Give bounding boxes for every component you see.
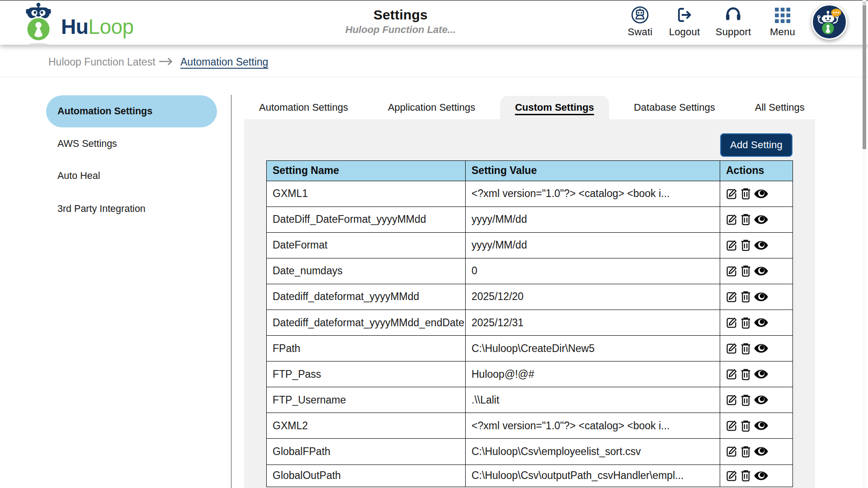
table-row: GlobalOutPath C:\Huloop\Csv\outputPath_c… (267, 465, 793, 487)
delete-icon[interactable] (741, 394, 751, 406)
breadcrumb-parent: Huloop Function Latest (48, 56, 156, 68)
delete-icon[interactable] (741, 317, 751, 329)
delete-icon[interactable] (741, 291, 751, 303)
nav-menu-label: Menu (770, 26, 795, 38)
setting-name-cell: FTP_Username (267, 387, 466, 413)
edit-icon[interactable] (726, 446, 737, 457)
edit-icon[interactable] (726, 394, 737, 406)
brand-loop: Loop (88, 15, 133, 38)
edit-icon[interactable] (726, 420, 737, 432)
edit-icon[interactable] (726, 265, 737, 277)
table-row: Datediff_dateformat_yyyyMMdd_endDate 202… (267, 310, 793, 335)
column-header-setting-name: Setting Name (267, 161, 466, 181)
nav-menu[interactable]: Menu (770, 6, 795, 38)
view-icon[interactable] (754, 343, 768, 354)
view-icon[interactable] (754, 317, 768, 328)
setting-name-cell: FTP_Pass (267, 361, 466, 387)
sidebar-item-3rd-party-integration[interactable]: 3rd Party Integration (57, 203, 146, 215)
setting-value-cell: 2025/12/20 (466, 284, 720, 310)
view-icon[interactable] (754, 394, 768, 405)
settings-table: Setting Name Setting Value Actions GXML1… (266, 160, 793, 487)
setting-name-cell: GXML2 (267, 413, 466, 439)
chatbot-avatar-icon (813, 5, 846, 38)
setting-value-cell: C:\Huloop\CreateDir\New5 (466, 336, 720, 361)
sidebar-item-auto-heal[interactable]: Auto Heal (57, 170, 100, 182)
sidebar-item-automation-settings[interactable]: Automation Settings (46, 95, 217, 127)
nav-logout[interactable]: Logout (669, 6, 700, 38)
delete-icon[interactable] (741, 239, 751, 251)
headset-icon (724, 6, 742, 24)
setting-value-cell: C:\Huloop\Csv\employeelist_sort.csv (466, 439, 720, 465)
edit-icon[interactable] (726, 214, 737, 225)
brand-text: HuLoop (61, 16, 134, 37)
setting-value-cell: Huloop@!@# (466, 361, 720, 387)
delete-icon[interactable] (741, 420, 751, 432)
nav-support-label: Support (716, 26, 751, 38)
scrollbar-thumb[interactable] (863, 5, 866, 149)
tab-database-settings[interactable]: Database Settings (619, 96, 730, 119)
actions-cell (720, 258, 793, 284)
edit-icon[interactable] (726, 291, 737, 303)
sidebar-item-aws-settings[interactable]: AWS Settings (57, 138, 117, 150)
settings-tabs: Automation Settings Application Settings… (244, 96, 815, 119)
tab-automation-settings[interactable]: Automation Settings (244, 96, 363, 119)
tab-all-settings[interactable]: All Settings (740, 96, 820, 119)
delete-icon[interactable] (741, 469, 751, 482)
table-row: Datediff_dateformat_yyyyMMdd 2025/12/20 (267, 284, 793, 310)
view-icon[interactable] (754, 470, 768, 481)
setting-value-cell: yyyy/MM/dd (466, 232, 720, 258)
breadcrumb-current-link[interactable]: Automation Setting (180, 56, 268, 68)
setting-name-cell: Date_numdays (267, 258, 466, 284)
delete-icon[interactable] (741, 343, 751, 355)
actions-cell (720, 439, 793, 465)
edit-icon[interactable] (726, 368, 737, 380)
nav-support[interactable]: Support (716, 6, 751, 38)
nav-logout-label: Logout (669, 26, 700, 38)
table-row: FTP_Pass Huloop@!@# (267, 361, 793, 387)
header-title-block: Settings Huloop Function Late... (345, 7, 456, 36)
tab-custom-settings[interactable]: Custom Settings (500, 96, 609, 119)
edit-icon[interactable] (726, 188, 737, 200)
huloop-logo[interactable]: HuLoop (26, 1, 139, 45)
delete-icon[interactable] (741, 188, 751, 200)
actions-cell (720, 413, 793, 439)
view-icon[interactable] (754, 291, 768, 302)
view-icon[interactable] (754, 420, 768, 431)
view-icon[interactable] (754, 188, 768, 199)
scrollbar-track-top (863, 1, 866, 5)
setting-name-cell: DateFormat (267, 232, 466, 258)
actions-cell (720, 465, 793, 487)
add-setting-button[interactable]: Add Setting (720, 133, 793, 157)
top-border-line (0, 0, 868, 0)
nav-user[interactable]: Swati (628, 6, 653, 38)
view-icon[interactable] (754, 446, 768, 457)
delete-icon[interactable] (741, 265, 751, 277)
tab-label: All Settings (755, 102, 805, 113)
setting-name-cell: FPath (267, 336, 466, 361)
view-icon[interactable] (754, 369, 768, 380)
delete-icon[interactable] (741, 213, 751, 225)
table-row: GXML1 <?xml version="1.0"?> <catalog> <b… (267, 181, 793, 206)
edit-icon[interactable] (726, 470, 737, 482)
delete-icon[interactable] (741, 446, 751, 458)
tab-application-settings[interactable]: Application Settings (373, 96, 490, 119)
view-icon[interactable] (754, 240, 768, 251)
edit-icon[interactable] (726, 239, 737, 251)
edit-icon[interactable] (726, 343, 737, 354)
delete-icon[interactable] (741, 368, 751, 380)
edit-icon[interactable] (726, 317, 737, 328)
sidebar-item-label: Automation Settings (57, 106, 152, 117)
table-row: FPath C:\Huloop\CreateDir\New5 (267, 336, 793, 361)
chatbot-avatar-button[interactable] (811, 4, 847, 40)
sidebar-item-label: AWS Settings (57, 138, 117, 149)
view-icon[interactable] (754, 214, 768, 225)
view-icon[interactable] (754, 266, 768, 277)
actions-cell (720, 310, 793, 335)
column-header-actions: Actions (720, 161, 793, 181)
huloop-robot-logo-icon (26, 1, 53, 47)
brand-hu: Hu (61, 15, 88, 38)
table-row: GlobalFPath C:\Huloop\Csv\employeelist_s… (267, 439, 793, 465)
nav-user-label: Swati (628, 26, 653, 38)
table-row: GXML2 <?xml version="1.0"?> <catalog> <b… (267, 413, 793, 439)
setting-name-cell: GlobalOutPath (267, 465, 466, 487)
